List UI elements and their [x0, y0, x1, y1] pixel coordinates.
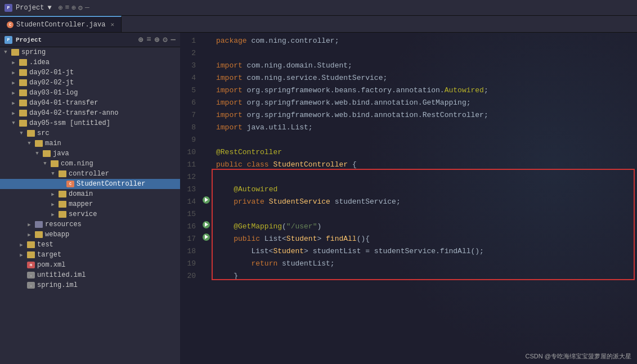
sidebar-item-java[interactable]: ▼java — [0, 149, 180, 159]
sidebar: P Project ⊕ ≡ ⊕ ⚙ — ▼spring▶.idea▶day02-… — [0, 33, 180, 364]
tree-label-main: main — [45, 140, 61, 147]
project-icon: P — [5, 4, 12, 12]
line-num-1: 1 — [180, 35, 196, 47]
sidebar-item-pom-xml[interactable]: mpom.xml — [0, 260, 180, 270]
code-line-3: import com.ning.domain.Student; — [216, 60, 637, 72]
tab-student-controller[interactable]: C StudentController.java ✕ — [0, 16, 122, 32]
tree-arrow-webapp: ▶ — [26, 232, 33, 238]
sidebar-icon-5[interactable]: — — [171, 35, 176, 44]
dropdown-icon[interactable]: ▼ — [47, 4, 51, 12]
code-line-15 — [216, 208, 637, 221]
tab-bar: C StudentController.java ✕ — [0, 16, 637, 33]
code-line-6: import org.springframework.web.bind.anno… — [216, 97, 637, 109]
tree-label-StudentController: StudentController — [77, 180, 145, 188]
line-num-6: 6 — [180, 97, 196, 109]
gutter-10 — [200, 144, 212, 156]
gutter-9 — [200, 132, 212, 144]
tree-label-webapp: webapp — [45, 231, 69, 239]
line-num-7: 7 — [180, 109, 196, 122]
sidebar-item-src[interactable]: ▼src — [0, 128, 180, 138]
icon-split[interactable]: ⊕ — [71, 3, 76, 12]
sidebar-icon-2[interactable]: ≡ — [146, 35, 151, 44]
line-num-15: 15 — [180, 208, 196, 221]
sidebar-item-test[interactable]: ▶test — [0, 240, 180, 250]
tree-label-domain: domain — [69, 190, 93, 198]
code-line-5: import org.springframework.beans.factory… — [216, 84, 637, 97]
icon-minimize[interactable]: — — [85, 3, 89, 12]
tree-icon-day04-02-transfer-anno — [19, 110, 27, 116]
tree-arrow-src: ▼ — [18, 131, 25, 136]
sidebar-item-controller[interactable]: ▼controller — [0, 169, 180, 179]
tree-icon-day04-01-transfer — [19, 100, 27, 106]
sidebar-item-spring-root[interactable]: ▼spring — [0, 47, 180, 57]
sidebar-item-webapp[interactable]: ▶webapp — [0, 230, 180, 240]
tree-arrow-day05-ssm: ▼ — [10, 120, 17, 126]
tree-arrow-controller: ▼ — [50, 171, 56, 177]
gutter-18 — [200, 243, 212, 255]
tree-arrow-java: ▼ — [34, 151, 41, 156]
code-editor[interactable]: 1234567891011121314151617181920 package … — [180, 33, 637, 364]
tree-label-java: java — [53, 150, 69, 158]
sidebar-icon-3[interactable]: ⊕ — [155, 35, 159, 44]
sidebar-item-day03-01-log[interactable]: ▶day03-01-log — [0, 88, 180, 98]
tree-arrow-target: ▶ — [18, 252, 25, 258]
sidebar-item-domain[interactable]: ▶domain — [0, 189, 180, 199]
sidebar-item-com-ning[interactable]: ▼com.ning — [0, 159, 180, 169]
sidebar-item-mapper[interactable]: ▶mapper — [0, 199, 180, 209]
tree-label-day05-ssm: day05-ssm [untitled] — [29, 119, 110, 127]
icon-gear[interactable]: ⚙ — [78, 3, 83, 12]
tree-arrow-com-ning: ▼ — [42, 161, 48, 167]
gutter-14 — [200, 194, 212, 206]
gutter-11 — [200, 156, 212, 169]
sidebar-item-service[interactable]: ▶service — [0, 209, 180, 219]
tree-label-day02-02-jt: day02-02-jt — [29, 79, 74, 87]
gutter-16 — [200, 218, 212, 231]
sidebar-item-untitled-iml[interactable]: .untitled.iml — [0, 270, 180, 280]
tree-icon-test — [27, 241, 35, 248]
tree-label-resources: resources — [45, 221, 82, 228]
gutter-8 — [200, 119, 212, 132]
tree-icon-day05-ssm — [19, 120, 27, 127]
sidebar-title: Project — [16, 37, 42, 43]
sidebar-item-day04-02-transfer-anno[interactable]: ▶day04-02-transfer-anno — [0, 108, 180, 118]
code-line-2 — [216, 47, 637, 60]
icon-globe[interactable]: ⊕ — [59, 3, 63, 12]
tab-close-button[interactable]: ✕ — [110, 21, 114, 28]
gutter-2 — [200, 45, 212, 57]
line-num-5: 5 — [180, 84, 196, 97]
sidebar-item-day02-02-jt[interactable]: ▶day02-02-jt — [0, 78, 180, 88]
tree-label-day04-02-transfer-anno: day04-02-transfer-anno — [29, 109, 118, 117]
sidebar-item-StudentController[interactable]: CStudentController — [0, 179, 180, 189]
sidebar-item-day05-ssm[interactable]: ▼day05-ssm [untitled] — [0, 118, 180, 128]
tree-icon-resources — [35, 221, 43, 228]
icon-list[interactable]: ≡ — [65, 3, 69, 12]
tree-label-target: target — [37, 251, 61, 259]
sidebar-item-idea[interactable]: ▶.idea — [0, 57, 180, 68]
sidebar-icon-1[interactable]: ⊕ — [138, 35, 143, 44]
code-content: 1234567891011121314151617181920 package … — [180, 33, 637, 364]
tree-label-src: src — [37, 129, 50, 137]
sidebar-item-day02-01-jt[interactable]: ▶day02-01-jt — [0, 68, 180, 78]
sidebar-item-main[interactable]: ▼main — [0, 138, 180, 149]
tab-java-icon: C — [7, 21, 14, 28]
gutter-4 — [200, 70, 212, 82]
sidebar-item-spring-iml[interactable]: .spring.iml — [0, 280, 180, 290]
tree-icon-spring-iml: . — [27, 282, 35, 289]
tree-icon-target — [27, 251, 35, 258]
code-line-8: import java.util.List; — [216, 122, 637, 134]
sidebar-item-target[interactable]: ▶target — [0, 250, 180, 260]
sidebar-icon-4[interactable]: ⚙ — [163, 35, 167, 44]
line-num-4: 4 — [180, 72, 196, 84]
sidebar-item-day04-01-transfer[interactable]: ▶day04-01-transfer — [0, 98, 180, 108]
tree-icon-day02-02-jt — [19, 79, 27, 86]
gutter-1 — [200, 33, 212, 45]
gutter-3 — [200, 57, 212, 70]
tree-label-day04-01-transfer: day04-01-transfer — [29, 99, 98, 107]
tree-label-pom-xml: pom.xml — [37, 261, 65, 269]
sidebar-project-icon: P — [5, 36, 12, 44]
tab-label: StudentController.java — [16, 21, 105, 29]
tree-icon-untitled-iml: . — [27, 272, 35, 278]
tree-arrow-day03-01-log: ▶ — [10, 90, 17, 96]
gutter-15 — [200, 206, 212, 218]
sidebar-item-resources[interactable]: ▶resources — [0, 219, 180, 230]
